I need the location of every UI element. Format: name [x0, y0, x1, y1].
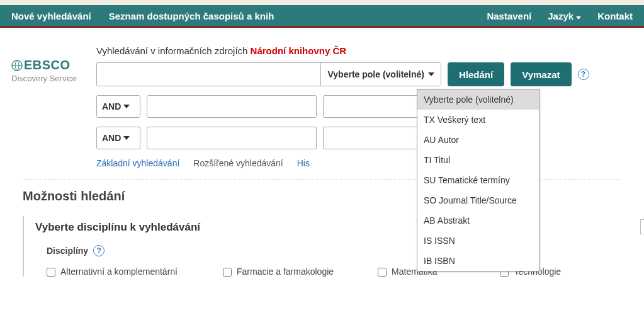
- search-input-2[interactable]: [147, 95, 317, 118]
- dropdown-option[interactable]: TX Veškerý text: [417, 110, 539, 130]
- search-mode-links: Základní vyhledávání Rozšířené vyhledává…: [96, 158, 633, 168]
- brand-name: EBSCO: [24, 58, 71, 72]
- help-icon[interactable]: ?: [578, 69, 589, 80]
- chevron-down-icon: [576, 16, 581, 20]
- dropdown-option[interactable]: SU Tematické termíny: [417, 170, 539, 190]
- institution-link[interactable]: Národní knihovny ČR: [251, 45, 347, 56]
- discipline-label: Farmacie a farmakologie: [237, 266, 334, 277]
- discipline-checkbox[interactable]: Alternativní a komplementární: [47, 266, 198, 277]
- nav-new-search[interactable]: Nové vyhledávání: [11, 11, 91, 21]
- advanced-search-link[interactable]: Rozšířené vyhledávání: [193, 158, 283, 168]
- scroll-indicator: [640, 219, 644, 234]
- dropdown-option[interactable]: AB Abstrakt: [417, 210, 539, 231]
- field-select-button[interactable]: Vyberte pole (volitelné): [320, 63, 441, 86]
- dropdown-option[interactable]: AU Autor: [417, 130, 539, 150]
- dropdown-option[interactable]: SO Journal Title/Source: [417, 190, 539, 210]
- dropdown-option[interactable]: Vyberte pole (volitelné): [417, 89, 539, 110]
- clear-button[interactable]: Vymazat: [511, 62, 571, 86]
- basic-search-link[interactable]: Základní vyhledávání: [96, 158, 179, 168]
- chevron-down-icon: [123, 136, 130, 140]
- boolean-select-2[interactable]: AND: [96, 127, 140, 149]
- checkbox-input[interactable]: [223, 268, 232, 277]
- discipline-label: Alternativní a komplementární: [60, 266, 178, 277]
- search-button[interactable]: Hledání: [448, 62, 504, 86]
- dropdown-option[interactable]: IB ISBN: [417, 251, 539, 271]
- search-input[interactable]: [97, 63, 320, 86]
- chevron-down-icon: [428, 72, 434, 76]
- search-box: Vyberte pole (volitelné): [96, 62, 441, 86]
- search-input-3[interactable]: [147, 127, 317, 149]
- discipline-checkbox[interactable]: Farmacie a farmakologie: [223, 266, 334, 277]
- nav-settings[interactable]: Nastavení: [487, 11, 531, 21]
- nav-language[interactable]: Jazyk: [548, 11, 581, 21]
- boolean-select-1[interactable]: AND: [96, 95, 140, 118]
- topbar: Nové vyhledávání Seznam dostupných časop…: [0, 5, 644, 28]
- dropdown-option[interactable]: IS ISSN: [417, 231, 539, 251]
- field-dropdown: Vyberte pole (volitelné) TX Veškerý text…: [417, 89, 539, 272]
- nav-contact[interactable]: Kontakt: [597, 11, 633, 21]
- chevron-down-icon: [123, 105, 130, 108]
- help-icon[interactable]: ?: [93, 245, 105, 256]
- dropdown-option[interactable]: TI Titul: [417, 150, 539, 170]
- brand-logo: EBSCO Discovery Service: [11, 45, 96, 168]
- nav-journals[interactable]: Seznam dostupných časopisů a knih: [109, 11, 274, 21]
- checkbox-input[interactable]: [47, 268, 55, 277]
- checkbox-input[interactable]: [378, 268, 387, 277]
- brand-subtitle: Discovery Service: [11, 74, 96, 83]
- search-description: Vyhledávání v informačních zdrojích Náro…: [96, 45, 633, 56]
- globe-icon: [11, 60, 23, 71]
- history-link[interactable]: His: [297, 158, 310, 168]
